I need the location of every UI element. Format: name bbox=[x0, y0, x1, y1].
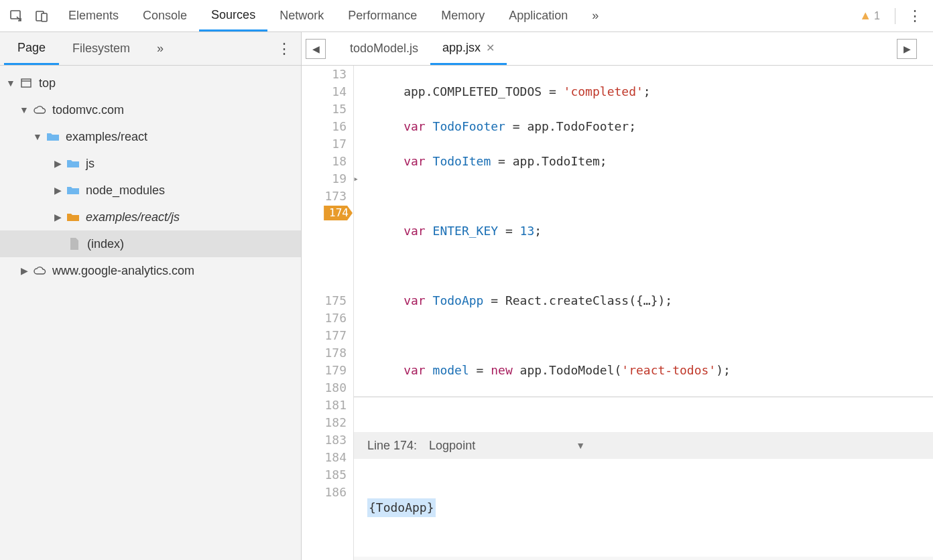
code-content[interactable]: app.COMPLETED_TODOS = 'completed'; var T… bbox=[354, 66, 933, 560]
tree-node-top[interactable]: ▼ top bbox=[0, 70, 301, 96]
devtools-tabbar: Elements Console Sources Network Perform… bbox=[0, 0, 933, 32]
nav-back-icon[interactable]: ◀ bbox=[306, 39, 326, 59]
tree-node-file[interactable]: (index) bbox=[0, 230, 301, 257]
line-number[interactable]: 14 bbox=[302, 83, 347, 100]
line-number[interactable]: 16 bbox=[302, 118, 347, 135]
line-number[interactable]: 173 bbox=[302, 188, 347, 205]
line-number[interactable]: 181 bbox=[302, 397, 347, 414]
tab-performance[interactable]: Performance bbox=[336, 0, 429, 31]
sources-sidebar: Page Filesystem » ⋮ ▼ top ▼ todomvc.com bbox=[0, 32, 302, 560]
chevron-down-icon: ▼ bbox=[19, 104, 29, 115]
tab-network[interactable]: Network bbox=[267, 0, 336, 31]
tree-node-folder[interactable]: ▶ examples/react/js bbox=[0, 204, 301, 230]
chevron-down-icon[interactable]: ▼ bbox=[576, 437, 585, 454]
close-icon[interactable]: ✕ bbox=[486, 42, 495, 54]
tab-memory[interactable]: Memory bbox=[429, 0, 497, 31]
cloud-icon bbox=[32, 263, 47, 278]
logpoint-marker[interactable]: 174 bbox=[302, 205, 347, 222]
line-gutter[interactable]: 13 14 15 16 17 18 19 173 174 175 176 177… bbox=[302, 66, 354, 560]
sidebar-tabs-overflow[interactable]: » bbox=[143, 32, 177, 65]
window-icon bbox=[19, 76, 34, 90]
warnings-indicator[interactable]: ▲ 1 bbox=[859, 9, 880, 23]
editor-panel: ◀ todoModel.js app.jsx ✕ ▶ 13 14 15 16 1… bbox=[302, 32, 933, 560]
tree-node-folder[interactable]: ▼ examples/react bbox=[0, 123, 301, 150]
editor-tab[interactable]: todoModel.js bbox=[338, 32, 430, 65]
tree-label: top bbox=[39, 76, 56, 90]
chevron-right-icon: ▶ bbox=[52, 212, 63, 222]
editor-tabbar: ◀ todoModel.js app.jsx ✕ ▶ bbox=[302, 32, 933, 66]
file-tree: ▼ top ▼ todomvc.com ▼ examples/react bbox=[0, 66, 301, 560]
tab-application[interactable]: Application bbox=[497, 0, 580, 31]
logpoint-editor[interactable]: Line 174: Logpoint ▼ {TodoApp} bbox=[354, 397, 933, 560]
divider bbox=[895, 8, 895, 24]
tree-node-domain[interactable]: ▶ www.google-analytics.com bbox=[0, 257, 301, 284]
logpoint-input[interactable]: {TodoApp} bbox=[354, 494, 933, 522]
folder-icon bbox=[66, 156, 80, 171]
tab-elements[interactable]: Elements bbox=[56, 0, 131, 31]
chevron-right-icon: ▶ bbox=[52, 158, 63, 169]
sidebar-tab-page[interactable]: Page bbox=[4, 32, 59, 65]
tree-node-folder[interactable]: ▶ js bbox=[0, 150, 301, 177]
warning-count: 1 bbox=[874, 10, 880, 22]
line-number[interactable]: 185 bbox=[302, 466, 347, 484]
device-toolbar-icon[interactable] bbox=[31, 5, 52, 27]
tree-label: examples/react bbox=[66, 130, 147, 144]
folder-icon bbox=[66, 210, 80, 224]
sidebar-tab-filesystem[interactable]: Filesystem bbox=[59, 32, 143, 65]
tree-label: examples/react/js bbox=[86, 210, 180, 224]
svg-rect-0 bbox=[11, 11, 20, 19]
svg-rect-2 bbox=[42, 13, 47, 21]
logpoint-line-label: Line 174: bbox=[367, 437, 417, 454]
line-number[interactable]: 178 bbox=[302, 344, 347, 362]
sidebar-menu-icon[interactable]: ⋮ bbox=[271, 40, 297, 58]
tree-label: node_modules bbox=[86, 184, 165, 198]
tree-label: www.google-analytics.com bbox=[52, 264, 194, 278]
inspect-icon[interactable] bbox=[5, 5, 27, 27]
line-number[interactable]: 183 bbox=[302, 431, 347, 449]
code-editor[interactable]: 13 14 15 16 17 18 19 173 174 175 176 177… bbox=[302, 66, 933, 560]
tree-node-folder[interactable]: ▶ node_modules bbox=[0, 177, 301, 204]
logpoint-footer bbox=[354, 557, 933, 560]
chevron-right-icon: ▶ bbox=[19, 265, 29, 276]
tree-label: js bbox=[86, 157, 95, 171]
folder-icon bbox=[66, 183, 80, 198]
line-number[interactable]: 176 bbox=[302, 309, 347, 327]
tabs-overflow[interactable]: » bbox=[580, 0, 611, 31]
line-number[interactable]: 18 bbox=[302, 153, 347, 170]
logpoint-header: Line 174: Logpoint ▼ bbox=[354, 432, 933, 459]
line-number[interactable]: 179 bbox=[302, 362, 347, 379]
chevron-right-icon: ▶ bbox=[52, 185, 63, 196]
line-number[interactable]: 184 bbox=[302, 449, 347, 466]
chevron-down-icon: ▼ bbox=[5, 78, 16, 88]
line-number[interactable]: 182 bbox=[302, 414, 347, 431]
line-number[interactable]: 13 bbox=[302, 66, 347, 83]
svg-rect-3 bbox=[21, 79, 31, 87]
cloud-icon bbox=[32, 102, 47, 117]
nav-forward-icon[interactable]: ▶ bbox=[897, 39, 917, 59]
sidebar-tabs: Page Filesystem » ⋮ bbox=[0, 32, 301, 66]
line-number[interactable]: 19 bbox=[302, 170, 347, 188]
warning-icon: ▲ bbox=[859, 9, 871, 23]
editor-tab[interactable]: app.jsx ✕ bbox=[430, 32, 507, 65]
folder-icon bbox=[46, 129, 60, 144]
chevron-down-icon: ▼ bbox=[32, 131, 43, 142]
tree-node-domain[interactable]: ▼ todomvc.com bbox=[0, 96, 301, 123]
settings-menu-icon[interactable]: ⋮ bbox=[902, 7, 928, 25]
tree-label: (index) bbox=[87, 237, 124, 251]
line-number[interactable]: 180 bbox=[302, 379, 347, 397]
tree-label: todomvc.com bbox=[52, 103, 124, 117]
line-number[interactable]: 15 bbox=[302, 100, 347, 118]
line-number[interactable]: 175 bbox=[302, 292, 347, 309]
logpoint-type-select[interactable]: Logpoint bbox=[429, 437, 475, 454]
tab-sources[interactable]: Sources bbox=[199, 0, 267, 31]
editor-tab-label: app.jsx bbox=[442, 41, 481, 55]
tab-console[interactable]: Console bbox=[131, 0, 199, 31]
line-number[interactable]: 186 bbox=[302, 484, 347, 501]
line-number[interactable]: 17 bbox=[302, 135, 347, 153]
file-icon bbox=[67, 236, 82, 251]
line-number[interactable]: 177 bbox=[302, 327, 347, 344]
